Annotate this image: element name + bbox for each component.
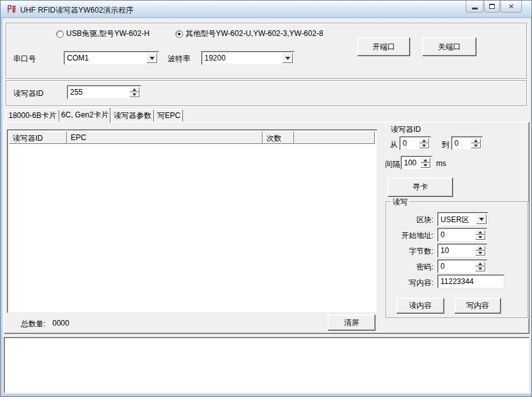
arrow-up-icon: [478, 247, 482, 249]
total-count-value: 0000: [52, 319, 69, 328]
close-port-button[interactable]: 关端口: [422, 37, 476, 56]
spin-down-button[interactable]: [475, 235, 485, 240]
arrow-down-icon: [133, 93, 136, 96]
byte-count-spinner[interactable]: 10: [437, 244, 487, 258]
arrow-up-icon: [133, 88, 136, 91]
spin-up-button[interactable]: [475, 246, 485, 251]
radio-other-icon: [175, 30, 183, 38]
tab-6c-gen2[interactable]: 6C, Gen2卡片: [59, 107, 110, 123]
spin-up-button[interactable]: [471, 138, 481, 143]
radio-usb-label: USB免驱,型号YW-602-H: [66, 28, 150, 39]
radio-usb-icon: [56, 30, 64, 38]
start-addr-spinner[interactable]: 0: [437, 228, 487, 242]
arrow-down-icon: [478, 236, 482, 239]
password-value: 0: [440, 262, 445, 271]
reader-id-value: 255: [70, 88, 83, 97]
radio-usb-model[interactable]: USB免驱,型号YW-602-H: [56, 28, 150, 39]
spin-down-button[interactable]: [420, 163, 430, 168]
interval-unit: ms: [436, 159, 446, 168]
arrow-up-icon: [478, 231, 482, 234]
total-count-label: 总数量:: [21, 319, 45, 329]
arrow-up-icon: [478, 263, 482, 265]
byte-count-label: 字节数:: [384, 246, 434, 257]
column-header-reader-id[interactable]: 读写器ID: [9, 131, 67, 144]
to-label: 到: [442, 139, 449, 150]
listview-header: 读写器ID EPC 次数: [9, 131, 377, 144]
arrow-up-icon: [423, 159, 427, 162]
start-addr-value: 0: [440, 230, 445, 239]
tab-write-epc[interactable]: 写EPC: [155, 109, 183, 122]
close-button[interactable]: ✕: [500, 1, 522, 13]
column-header-blank[interactable]: [294, 131, 375, 144]
password-label: 密码:: [384, 262, 434, 273]
from-value: 0: [403, 139, 407, 148]
seek-card-button[interactable]: 寻卡: [387, 177, 453, 197]
scan-panel-title: 读写器ID: [391, 124, 421, 135]
write-content-input[interactable]: 11223344: [437, 275, 504, 288]
interval-spinner[interactable]: 100: [401, 156, 432, 170]
interval-label: 间隔: [385, 159, 400, 170]
arrow-down-icon: [423, 164, 427, 167]
spin-up-button[interactable]: [129, 87, 139, 92]
port-value: COM1: [67, 54, 89, 62]
interval-value: 100: [404, 158, 417, 167]
tab-18000-6b[interactable]: 18000-6B卡片: [6, 109, 59, 122]
baud-value: 19200: [204, 54, 225, 62]
block-value: USER区: [440, 215, 469, 225]
spin-up-button[interactable]: [420, 158, 430, 163]
spin-down-button[interactable]: [475, 266, 485, 271]
log-area[interactable]: [4, 337, 529, 393]
clear-screen-button[interactable]: 清屏: [328, 314, 375, 331]
spin-down-button[interactable]: [475, 251, 485, 256]
open-port-button[interactable]: 开端口: [357, 37, 410, 56]
minimize-button[interactable]: [466, 1, 483, 13]
block-label: 区块:: [384, 215, 434, 225]
spin-up-button[interactable]: [419, 138, 429, 143]
baud-label: 波特率: [168, 54, 191, 64]
reader-id-spinner[interactable]: 255: [67, 85, 141, 99]
minimize-icon: [472, 8, 478, 9]
baud-dropdown-button[interactable]: [282, 53, 293, 63]
port-combobox[interactable]: COM1: [64, 51, 159, 65]
to-value: 0: [454, 139, 459, 148]
write-content-value: 11223344: [440, 277, 474, 286]
block-combobox[interactable]: USER区: [437, 212, 488, 226]
port-label: 串口号: [13, 54, 36, 64]
radio-other-model[interactable]: 其他型号YW-602-U,YW-602-3,YW-602-8: [175, 28, 323, 39]
radio-other-label: 其他型号YW-602-U,YW-602-3,YW-602-8: [186, 28, 323, 39]
write-content-button[interactable]: 写内容: [454, 298, 501, 314]
app-icon: [7, 4, 16, 14]
column-header-count[interactable]: 次数: [263, 131, 294, 144]
arrow-down-icon: [474, 145, 478, 147]
readwrite-group-title: 读写: [391, 197, 410, 208]
close-icon: ✕: [508, 3, 514, 10]
card-listview[interactable]: 读写器ID EPC 次数: [7, 129, 377, 313]
spin-down-button[interactable]: [129, 92, 139, 97]
byte-count-value: 10: [440, 246, 449, 255]
chevron-down-icon: [479, 218, 484, 221]
titlebar[interactable]: UHF RFID读写器YW602演示程序 ✕: [1, 1, 531, 18]
baud-combobox[interactable]: 19200: [201, 51, 295, 65]
app-window: UHF RFID读写器YW602演示程序 ✕ USB免驱,型号YW-602-H …: [0, 0, 532, 397]
arrow-down-icon: [478, 268, 482, 270]
window-title: UHF RFID读写器YW602演示程序: [20, 5, 133, 16]
from-spinner[interactable]: 0: [399, 136, 431, 150]
maximize-button[interactable]: [484, 1, 500, 13]
block-dropdown-button[interactable]: [476, 214, 487, 224]
spin-down-button[interactable]: [471, 143, 481, 148]
start-addr-label: 开始地址:: [384, 230, 434, 241]
tab-reader-params[interactable]: 读写器参数: [111, 109, 154, 122]
spin-down-button[interactable]: [419, 143, 429, 148]
column-header-epc[interactable]: EPC: [67, 131, 263, 144]
write-content-label: 写内容:: [384, 278, 434, 288]
chevron-down-icon: [150, 57, 155, 60]
arrow-up-icon: [422, 139, 426, 142]
to-spinner[interactable]: 0: [451, 136, 483, 150]
spin-up-button[interactable]: [475, 230, 485, 235]
password-spinner[interactable]: 0: [437, 259, 487, 273]
read-content-button[interactable]: 读内容: [396, 298, 444, 314]
spin-up-button[interactable]: [475, 261, 485, 266]
port-dropdown-button[interactable]: [146, 53, 157, 63]
chevron-down-icon: [285, 57, 290, 60]
from-label: 从: [390, 139, 398, 150]
